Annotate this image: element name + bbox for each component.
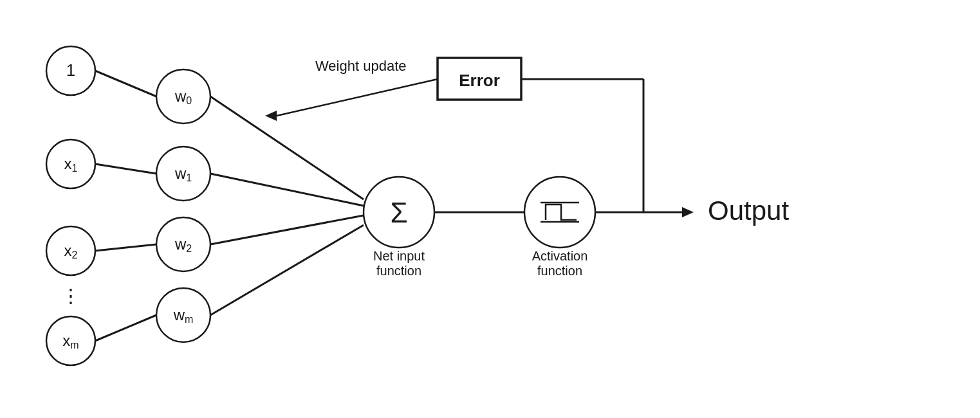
net-input-label-line2: function — [376, 264, 421, 278]
dots-label: ⋮ — [61, 285, 80, 306]
activation-node — [524, 177, 595, 248]
input-1-label: 1 — [66, 60, 75, 80]
error-label: Error — [459, 71, 500, 90]
activation-label-line2: function — [537, 264, 582, 278]
output-label: Output — [708, 195, 789, 226]
sigma-symbol: Σ — [390, 197, 407, 228]
net-input-label-line1: Net input — [373, 249, 425, 263]
weight-update-label: Weight update — [315, 58, 406, 74]
activation-label-line1: Activation — [532, 249, 588, 263]
